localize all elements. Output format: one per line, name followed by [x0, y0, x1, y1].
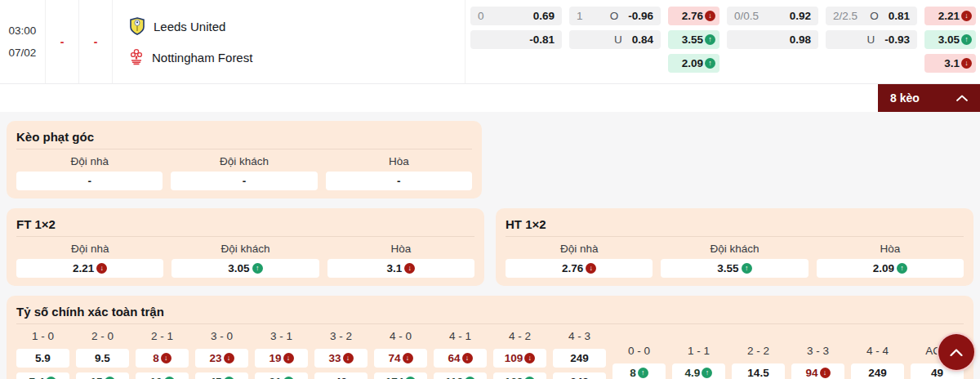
odds-group-ft-1x2: 2.21↓3.05↑3.1↓	[924, 7, 976, 73]
ft-1x2-value-2[interactable]: 3.1↓	[327, 259, 474, 278]
odds-value: 5.9	[35, 352, 51, 364]
score-odds-cell[interactable]: 15↑	[76, 372, 129, 379]
ft-over-under-row-0[interactable]: 2/2.5O0.81	[826, 7, 917, 25]
odds-value: 2.09	[682, 57, 703, 69]
score-odds-cell[interactable]: 109↓	[493, 349, 546, 368]
score-odds-cell[interactable]: 14.5	[732, 363, 785, 379]
line-label: 2/2.5	[833, 10, 858, 22]
score-odds-cell[interactable]: 23↓	[195, 349, 248, 368]
ht-1x2-value-0[interactable]: 2.76↓	[506, 259, 653, 278]
corner-value-2[interactable]: -	[326, 172, 472, 190]
score-odds-cell[interactable]: 5.9	[16, 349, 69, 368]
keo-count-label: 8 kèo	[890, 91, 920, 105]
ht-1x2-cell-2[interactable]: 2.09↑	[668, 54, 719, 73]
score-odds-cell[interactable]: 249	[851, 363, 904, 379]
odds-value: 31	[269, 376, 281, 379]
ht-1x2-cell-1[interactable]: 3.55↑	[668, 30, 719, 49]
odds-value: 0.81	[889, 10, 910, 22]
ft-1x2-value-1[interactable]: 3.05↑	[172, 259, 318, 278]
odds-up-icon: ↑	[961, 34, 972, 45]
score-odds-cell[interactable]: 249	[553, 372, 606, 379]
corner-value-1[interactable]: -	[171, 172, 317, 190]
score-odds-cell[interactable]: 33↓	[314, 349, 368, 368]
scroll-top-button[interactable]	[938, 334, 974, 370]
side-label: U	[614, 33, 622, 46]
ht-1x2-cell-0[interactable]: 2.76↓	[668, 7, 719, 25]
home-team[interactable]: Leeds United	[129, 17, 465, 35]
odds-value: 45	[209, 376, 221, 379]
ht-1x2-title: HT 1×2	[506, 215, 964, 237]
odds-value: 249	[868, 367, 887, 379]
odds-value: 2.76	[682, 10, 703, 22]
side-label: O	[870, 10, 879, 22]
score-odds-cell[interactable]: 19↓	[255, 349, 308, 368]
ft-handicap-row-1[interactable]: 0.98	[727, 30, 818, 49]
keo-count-toggle[interactable]: 8 kèo	[878, 84, 980, 112]
score-column-3-0: 3 - 023↓45↑	[195, 330, 248, 379]
ht-1x2-header-2: Hòa	[817, 243, 964, 255]
score-odds-cell[interactable]: 8↑	[612, 363, 666, 379]
teams-column: Leeds United Nottingham Forest	[113, 0, 466, 83]
score-odds-cell[interactable]: 7.4↑	[16, 372, 69, 379]
ft-handicap-row-0[interactable]: 0/0.50.92	[727, 7, 818, 25]
score-column-2-0: 2 - 09.515↑	[76, 330, 129, 379]
score-odds-cell[interactable]: 8↓	[136, 349, 189, 368]
odds-sections: Kèo phạt góc Đội nhàĐội kháchHòa --- FT …	[0, 112, 980, 379]
odds-value: 3.05	[228, 262, 249, 274]
odds-value: -0.96	[628, 10, 653, 22]
side-label: U	[866, 33, 875, 46]
ht-over-under-row-1[interactable]: U0.84	[569, 30, 661, 49]
score-odds-cell[interactable]: 64↓	[434, 349, 487, 368]
ft-1x2-cell-0[interactable]: 2.21↓	[924, 7, 976, 25]
ht-1x2-value-2[interactable]: 2.09↑	[817, 259, 964, 278]
ft-1x2-cell-1[interactable]: 3.05↑	[924, 30, 976, 49]
odds-value: 2.76	[562, 262, 583, 274]
ht-handicap-row-1[interactable]: -0.81	[470, 30, 562, 49]
odds-group-ht-over-under: 1O-0.96U0.84	[569, 7, 661, 49]
score-odds-cell[interactable]: 43	[314, 372, 368, 379]
odds-value: 0.98	[790, 33, 811, 46]
away-team[interactable]: Nottingham Forest	[129, 48, 465, 66]
odds-area: 00.69-0.811O-0.96U0.842.76↓3.55↑2.09↑0/0…	[466, 0, 980, 83]
score-column-4-1: 4 - 164↓119↑	[434, 330, 487, 379]
odds-value: 2.09	[873, 262, 894, 274]
score-odds-cell[interactable]: 119↑	[434, 372, 487, 379]
score-odds-cell[interactable]: 169↑	[493, 372, 546, 379]
corner-value-0[interactable]: -	[16, 172, 163, 190]
ht-1x2-headers: Đội nhàĐội kháchHòa	[506, 243, 964, 255]
score-odds-cell[interactable]: 4.9↑	[672, 363, 725, 379]
odds-value: -0.81	[529, 33, 555, 46]
odds-value: 3.1	[944, 57, 960, 69]
score-odds-cell[interactable]: 9.5	[76, 349, 129, 368]
odds-value: 7.4	[29, 376, 45, 379]
odds-value: 10	[149, 376, 162, 379]
ft-1x2-title: FT 1×2	[16, 215, 474, 237]
score-odds-cell[interactable]: 10↑	[136, 372, 189, 379]
ft-ht-row: FT 1×2 Đội nhàĐội kháchHòa 2.21↓3.05↑3.1…	[7, 208, 973, 286]
ft-1x2-value-0[interactable]: 2.21↓	[16, 259, 163, 278]
score-label: 4 - 4	[851, 345, 904, 360]
score-label: 2 - 1	[136, 330, 189, 346]
odds-value: -	[243, 175, 247, 187]
score-column-1-1: 1 - 14.9↑	[672, 330, 725, 379]
line-label: 0	[478, 10, 484, 22]
ht-1x2-value-1[interactable]: 3.55↑	[661, 259, 808, 278]
score-odds-cell[interactable]: 174↑	[374, 372, 427, 379]
score-odds-cell[interactable]: 45↑	[195, 372, 248, 379]
odds-down-icon: ↓	[403, 353, 413, 363]
score-label: 4 - 3	[553, 330, 606, 346]
odds-group-ft-over-under: 2/2.5O0.81U-0.93	[826, 7, 917, 49]
score-odds-cell[interactable]: 94↓	[791, 363, 844, 379]
ft-1x2-header-2: Hòa	[327, 243, 474, 255]
ft-over-under-row-1[interactable]: U-0.93	[826, 30, 917, 49]
score-label: 2 - 0	[76, 330, 129, 346]
odds-value: 2.21	[73, 262, 94, 274]
score-odds-cell[interactable]: 249	[553, 349, 606, 368]
score-odds-cell[interactable]: 31↑	[255, 372, 308, 379]
odds-value: 174	[385, 376, 404, 379]
odds-up-icon: ↑	[638, 368, 648, 378]
ht-over-under-row-0[interactable]: 1O-0.96	[569, 7, 661, 25]
score-odds-cell[interactable]: 74↓	[374, 349, 427, 368]
ht-handicap-row-0[interactable]: 00.69	[470, 7, 562, 25]
ft-1x2-cell-2[interactable]: 3.1↓	[924, 54, 976, 73]
